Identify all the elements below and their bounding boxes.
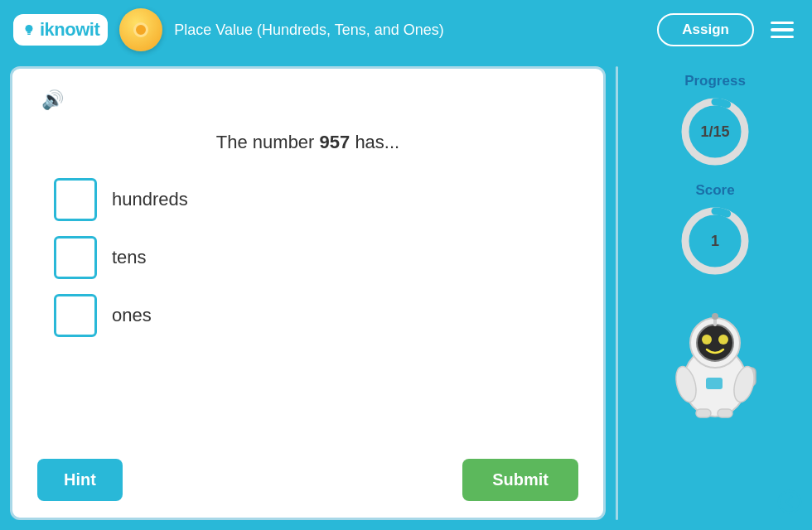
answer-label-ones: ones [112, 305, 152, 326]
hamburger-line-2 [771, 28, 794, 31]
score-circle: 1 [678, 204, 752, 278]
svg-point-0 [26, 25, 33, 32]
question-suffix: has... [350, 132, 399, 152]
bottom-buttons: Hint Submit [37, 442, 578, 501]
question-number: 957 [320, 132, 350, 152]
app-header: iknowit Place Value (Hundreds, Tens, and… [0, 0, 812, 60]
main-content: 🔊 The number 957 has... hundreds tens on… [0, 60, 812, 530]
answer-label-hundreds: hundreds [112, 189, 188, 210]
svg-rect-17 [696, 409, 711, 417]
question-text: The number 957 has... [37, 132, 578, 153]
answer-box-hundreds[interactable] [54, 178, 97, 221]
astronaut-illustration [661, 295, 769, 419]
submit-button[interactable]: Submit [462, 459, 578, 501]
menu-button[interactable] [766, 17, 799, 44]
svg-rect-18 [718, 409, 732, 417]
back-icon [777, 489, 802, 514]
sound-button[interactable]: 🔊 [37, 85, 67, 115]
logo-text: iknowit [40, 19, 99, 41]
score-section: Score 1 [678, 182, 752, 278]
logo: iknowit [13, 14, 108, 46]
question-panel: 🔊 The number 957 has... hundreds tens on… [10, 66, 606, 520]
hamburger-line-1 [771, 22, 794, 25]
answer-list: hundreds tens ones [37, 178, 578, 337]
answer-box-tens[interactable] [54, 236, 97, 279]
hamburger-line-3 [771, 36, 794, 39]
svg-point-13 [712, 313, 718, 320]
lesson-title: Place Value (Hundreds, Tens, and Ones) [174, 22, 645, 39]
question-prefix: The number [216, 132, 320, 152]
back-button[interactable] [777, 489, 802, 520]
svg-rect-2 [27, 34, 31, 35]
panel-divider [616, 66, 618, 520]
answer-item-hundreds: hundreds [54, 178, 578, 221]
answer-item-ones: ones [54, 294, 578, 337]
svg-rect-19 [706, 378, 723, 389]
answer-label-tens: tens [112, 247, 147, 268]
svg-rect-1 [27, 32, 31, 34]
sidebar: Progress 1/15 Score 1 [628, 66, 802, 520]
coin-inner [133, 22, 148, 37]
assign-button[interactable]: Assign [657, 13, 754, 46]
score-value: 1 [711, 233, 719, 250]
svg-point-10 [702, 335, 712, 344]
progress-circle: 1/15 [678, 94, 752, 169]
bulb-icon [22, 22, 36, 37]
hint-button[interactable]: Hint [37, 459, 123, 501]
svg-point-11 [718, 335, 728, 344]
astronaut-svg [661, 295, 769, 419]
answer-item-tens: tens [54, 236, 578, 279]
svg-point-9 [697, 325, 733, 361]
progress-label: Progress [684, 73, 746, 89]
sound-icon: 🔊 [41, 89, 64, 111]
progress-section: Progress 1/15 [678, 73, 752, 169]
answer-box-ones[interactable] [54, 294, 97, 337]
progress-value: 1/15 [700, 123, 729, 141]
score-label: Score [695, 182, 734, 199]
coin-avatar [119, 8, 162, 51]
svg-point-20 [779, 491, 800, 513]
